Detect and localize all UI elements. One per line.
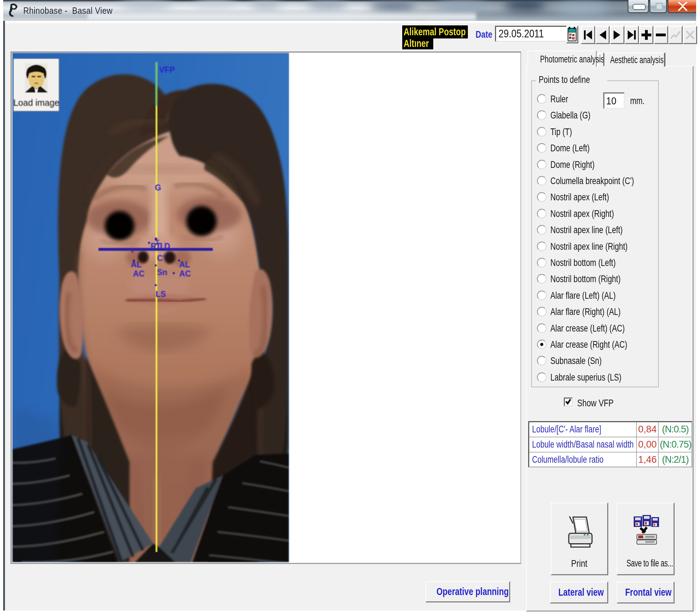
svg-text:AC: AC xyxy=(179,269,191,278)
svg-text:LS: LS xyxy=(156,290,166,299)
svg-text:VFP: VFP xyxy=(159,65,175,74)
svg-text:AC: AC xyxy=(133,269,145,278)
svg-text:Load image: Load image xyxy=(13,98,60,108)
svg-text:Sn: Sn xyxy=(157,268,167,277)
svg-text:AL: AL xyxy=(131,260,142,269)
svg-text:C': C' xyxy=(157,254,165,263)
svg-text:AL: AL xyxy=(179,260,190,269)
svg-text:RTLD: RTLD xyxy=(151,242,170,251)
svg-text:G: G xyxy=(155,183,161,192)
